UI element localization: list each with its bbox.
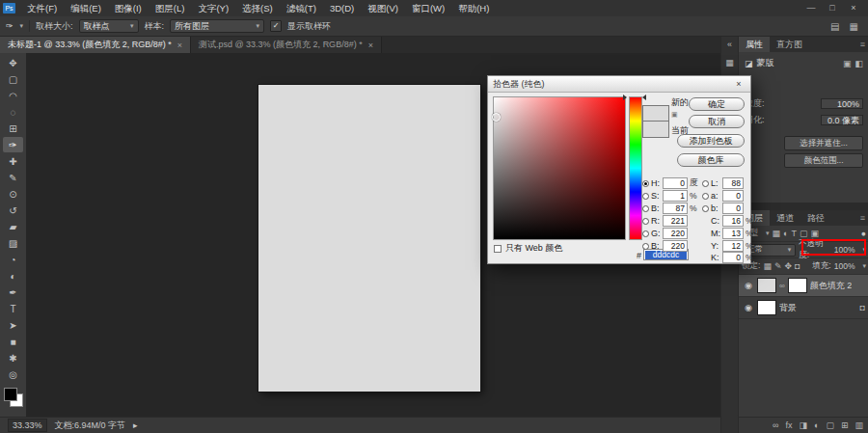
saturation-brightness-field[interactable] — [493, 96, 626, 240]
radio-button[interactable] — [642, 205, 649, 212]
menu-item[interactable]: 帮助(H) — [451, 0, 496, 16]
radio-button[interactable] — [642, 230, 649, 237]
value-input[interactable]: 0 — [722, 190, 744, 202]
hand-tool[interactable]: ✱ — [3, 350, 23, 365]
value-input[interactable]: 13 — [722, 228, 744, 239]
value-input[interactable]: 220 — [663, 240, 688, 252]
radio-button[interactable] — [642, 243, 649, 250]
path-selection-tool[interactable]: ➤ — [3, 317, 23, 333]
value-input[interactable]: 221 — [663, 215, 688, 227]
new-layer-icon[interactable]: ⊞ — [841, 420, 849, 430]
status-chevron-icon[interactable]: ▸ — [133, 420, 138, 430]
expand-dock-icon[interactable]: « — [727, 40, 732, 49]
eraser-tool[interactable]: ▰ — [3, 219, 23, 234]
properties-button[interactable]: 选择并遮住... — [784, 136, 863, 150]
radio-button[interactable] — [642, 218, 649, 225]
dodge-tool[interactable]: ◐ — [3, 268, 23, 284]
lasso-tool[interactable]: ◠ — [3, 88, 23, 103]
menu-item[interactable]: 滤镜(T) — [280, 0, 323, 16]
value-input[interactable]: 88 — [722, 177, 744, 189]
marquee-tool[interactable]: ▢ — [3, 71, 23, 87]
cancel-button[interactable]: 取消 — [689, 115, 745, 128]
visibility-eye-icon[interactable]: ◉ — [743, 281, 754, 290]
zoom-level[interactable]: 33.33% — [8, 419, 47, 432]
current-color-swatch[interactable] — [642, 121, 669, 138]
fill-value[interactable]: 100% — [834, 261, 855, 271]
value-input[interactable]: 0 — [663, 177, 688, 189]
layer-row[interactable]: ◉背景◘ — [739, 297, 868, 319]
brush-tool[interactable]: ✎ — [3, 170, 23, 185]
lock-all-icon[interactable]: ◘ — [795, 261, 800, 271]
maximize-button[interactable]: □ — [822, 0, 843, 16]
sample-size-dropdown[interactable]: 取样点 ▾ — [79, 19, 139, 33]
hue-slider-marker[interactable] — [623, 95, 627, 100]
web-only-checkbox[interactable] — [494, 245, 502, 253]
filter-adjustment-icon[interactable]: ◐ — [783, 229, 788, 238]
menu-item[interactable]: 窗口(W) — [405, 0, 451, 16]
panel-menu-icon[interactable]: ≡ — [860, 210, 868, 226]
menu-item[interactable]: 编辑(E) — [64, 0, 108, 16]
panel-tab[interactable]: 直方图 — [770, 37, 809, 52]
filter-shape-icon[interactable]: ▢ — [800, 229, 808, 238]
hue-slider-marker[interactable] — [642, 95, 646, 100]
tool-preset-picker[interactable]: ✑ ▾ — [4, 20, 30, 32]
value-input[interactable]: 12 — [722, 240, 744, 252]
shape-tool[interactable]: ■ — [3, 334, 23, 349]
gradient-tool[interactable]: ▨ — [3, 235, 23, 251]
eyedropper-tool[interactable]: ✑ — [3, 137, 23, 152]
type-tool[interactable]: T — [3, 301, 23, 316]
menu-item[interactable]: 图像(I) — [108, 0, 149, 16]
filter-pixel-icon[interactable]: ▦ — [773, 229, 781, 238]
new-group-icon[interactable]: ▢ — [826, 420, 834, 430]
show-ring-checkbox[interactable]: ✓ — [270, 20, 282, 32]
delete-layer-icon[interactable]: ▥ — [854, 420, 863, 430]
link-layers-icon[interactable]: ∞ — [773, 420, 778, 430]
visibility-eye-icon[interactable]: ◉ — [743, 303, 754, 312]
ok-button[interactable]: 确定 — [689, 97, 745, 111]
vector-mask-icon[interactable]: ◧ — [854, 59, 863, 68]
filter-smart-icon[interactable]: ▣ — [810, 229, 819, 238]
value-input[interactable]: 0 — [722, 252, 744, 263]
menu-item[interactable]: 选择(S) — [235, 0, 280, 16]
minimize-button[interactable]: — — [800, 0, 822, 16]
panel-tab[interactable]: 路径 — [800, 210, 831, 226]
panels-icon[interactable]: ▦ — [850, 21, 858, 32]
property-value[interactable]: 100% — [821, 98, 863, 109]
lock-pixels-icon[interactable]: ✎ — [774, 261, 782, 271]
property-value[interactable]: 0.0 像素 — [821, 115, 863, 125]
layer-thumbnail[interactable] — [757, 300, 776, 315]
panel-tab[interactable]: 通道 — [770, 210, 800, 226]
healing-brush-tool[interactable]: ✚ — [3, 153, 23, 169]
value-input[interactable]: 16 — [722, 215, 744, 227]
mask-thumbnail[interactable] — [788, 278, 807, 293]
radio-button[interactable] — [642, 193, 649, 200]
panel-tab[interactable]: 属性 — [739, 37, 770, 52]
lock-transparent-icon[interactable]: ▦ — [763, 261, 772, 271]
document-tab[interactable]: 未标题-1 @ 33.3% (颜色填充 2, RGB/8#) *× — [0, 37, 191, 53]
color-field-marker[interactable] — [492, 113, 501, 122]
layer-style-icon[interactable]: fx — [785, 420, 792, 430]
workspace-icon[interactable]: ▤ — [830, 21, 839, 32]
add-mask-icon[interactable]: ◨ — [799, 420, 807, 430]
tab-close-icon[interactable]: × — [368, 41, 373, 50]
history-brush-tool[interactable]: ↺ — [3, 203, 23, 218]
clone-stamp-tool[interactable]: ⊙ — [3, 186, 23, 202]
menu-item[interactable]: 文件(F) — [20, 0, 64, 16]
value-input[interactable]: 1 — [663, 190, 688, 202]
color-panel-icon[interactable]: ▦ — [725, 58, 734, 68]
layer-row[interactable]: ◉∞颜色填充 2 — [739, 275, 868, 297]
dialog-title-bar[interactable]: 拾色器 (纯色) × — [488, 76, 750, 93]
radio-button[interactable] — [702, 193, 709, 200]
filter-type-icon[interactable]: T — [791, 229, 797, 238]
menu-item[interactable]: 文字(Y) — [191, 0, 235, 16]
menu-item[interactable]: 3D(D) — [323, 0, 361, 16]
radio-button[interactable] — [642, 180, 649, 187]
menu-item[interactable]: 视图(V) — [361, 0, 405, 16]
add-to-swatches-button[interactable]: 添加到色板 — [677, 134, 745, 148]
radio-button[interactable] — [702, 180, 709, 187]
radio-button[interactable] — [702, 205, 709, 212]
value-input[interactable]: 0 — [722, 203, 744, 214]
value-input[interactable]: 87 — [663, 203, 688, 214]
document-tab[interactable]: 测试.psd @ 33.3% (颜色填充 2, RGB/8#) *× — [191, 37, 382, 53]
new-adjustment-icon[interactable]: ◐ — [814, 420, 819, 430]
